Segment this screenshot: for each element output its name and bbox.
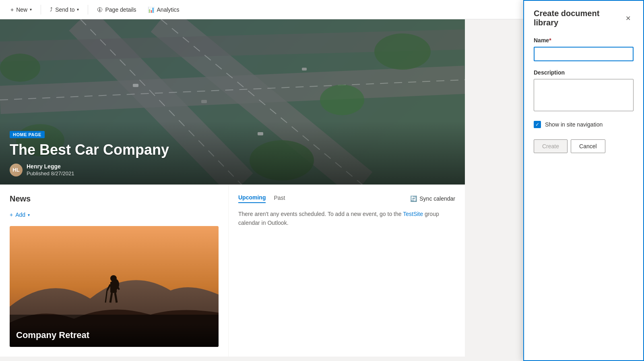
name-input[interactable] bbox=[534, 47, 634, 61]
author-name: Henry Legge bbox=[27, 163, 74, 170]
checkmark-icon: ✓ bbox=[535, 122, 539, 127]
page-title: The Best Car Company bbox=[10, 141, 455, 158]
panel-close-button[interactable]: ✕ bbox=[623, 12, 634, 24]
plus-icon: + bbox=[10, 6, 14, 13]
news-section-title: News bbox=[10, 194, 219, 203]
description-label: Description bbox=[534, 69, 634, 76]
tab-upcoming[interactable]: Upcoming bbox=[238, 194, 266, 203]
send-to-button[interactable]: ⤴ Send to ▾ bbox=[46, 4, 83, 15]
show-nav-checkbox[interactable]: ✓ bbox=[534, 121, 541, 128]
create-button[interactable]: Create bbox=[534, 139, 568, 153]
avatar: HL bbox=[10, 164, 23, 176]
events-empty-message: There aren't any events scheduled. To ad… bbox=[238, 210, 455, 228]
hero-section: HOME PAGE The Best Car Company HL Henry … bbox=[0, 19, 465, 185]
panel-header: Create document library ✕ bbox=[534, 9, 634, 27]
content-area: News + Add ▾ bbox=[0, 185, 465, 357]
svg-rect-21 bbox=[110, 282, 117, 293]
testsite-link[interactable]: TestSite bbox=[403, 211, 423, 217]
create-library-panel: Create document library ✕ Name* Descript… bbox=[523, 0, 644, 361]
news-card-overlay: Company Retreat bbox=[10, 324, 219, 347]
sync-icon: 🔄 bbox=[410, 195, 417, 202]
analytics-button[interactable]: 📊 Analytics bbox=[144, 4, 184, 15]
show-nav-checkbox-label: Show in site navigation bbox=[545, 121, 603, 128]
tab-past[interactable]: Past bbox=[274, 195, 285, 203]
hero-overlay: HOME PAGE The Best Car Company HL Henry … bbox=[0, 121, 465, 185]
news-card-title: Company Retreat bbox=[16, 330, 212, 340]
author-row: HL Henry Legge Published 8/27/2021 bbox=[10, 163, 455, 176]
chevron-icon-2: ▾ bbox=[77, 7, 79, 12]
send-to-label: Send to bbox=[55, 6, 74, 13]
add-label: Add bbox=[15, 212, 25, 218]
add-chevron: ▾ bbox=[28, 213, 30, 217]
sync-label: Sync calendar bbox=[419, 195, 455, 202]
analytics-icon: 📊 bbox=[148, 6, 155, 13]
name-form-group: Name* bbox=[534, 37, 634, 61]
add-button[interactable]: + Add ▾ bbox=[10, 210, 30, 220]
author-info: Henry Legge Published 8/27/2021 bbox=[27, 163, 74, 176]
events-tabs: Upcoming Past 🔄 Sync calendar bbox=[238, 194, 455, 203]
name-label: Name* bbox=[534, 37, 634, 44]
events-section: Upcoming Past 🔄 Sync calendar There aren… bbox=[228, 185, 465, 357]
homepage-badge: HOME PAGE bbox=[10, 131, 45, 138]
page-details-button[interactable]: 🛈 Page details bbox=[93, 4, 140, 15]
add-icon: + bbox=[10, 212, 13, 218]
news-section: News + Add ▾ bbox=[0, 185, 228, 357]
new-button[interactable]: + New ▾ bbox=[6, 4, 36, 15]
panel-buttons: Create Cancel bbox=[534, 139, 634, 153]
new-label: New bbox=[16, 6, 27, 13]
panel-title: Create document library bbox=[534, 9, 623, 27]
analytics-label: Analytics bbox=[157, 6, 180, 13]
main-content: HOME PAGE The Best Car Company HL Henry … bbox=[0, 19, 465, 361]
chevron-icon: ▾ bbox=[30, 7, 32, 12]
show-nav-checkbox-row: ✓ Show in site navigation bbox=[534, 121, 634, 128]
cancel-button[interactable]: Cancel bbox=[571, 139, 605, 153]
close-icon: ✕ bbox=[625, 15, 631, 22]
published-date: Published 8/27/2021 bbox=[27, 170, 74, 176]
news-card[interactable]: Company Retreat bbox=[10, 226, 219, 347]
description-textarea[interactable] bbox=[534, 79, 634, 111]
description-form-group: Description bbox=[534, 69, 634, 113]
info-icon: 🛈 bbox=[97, 6, 103, 13]
page-details-label: Page details bbox=[105, 6, 136, 13]
divider-1 bbox=[41, 5, 41, 15]
share-icon: ⤴ bbox=[50, 6, 53, 12]
divider-2 bbox=[88, 5, 88, 15]
sync-calendar-button[interactable]: 🔄 Sync calendar bbox=[410, 195, 455, 202]
